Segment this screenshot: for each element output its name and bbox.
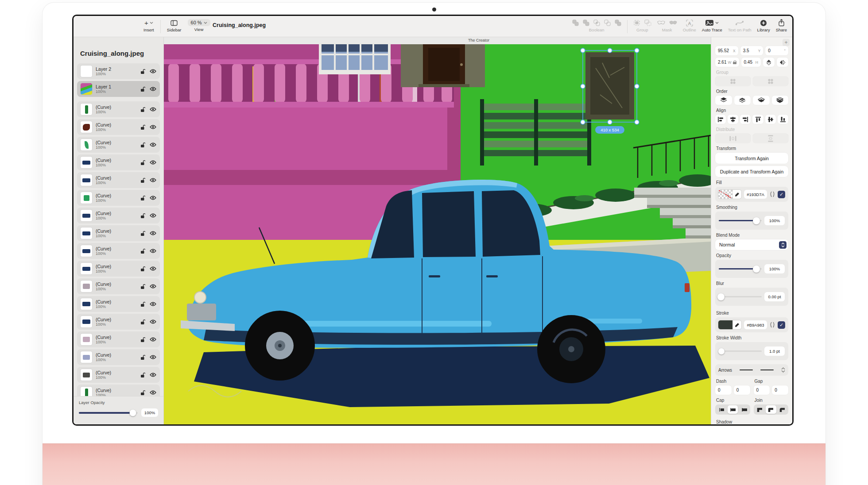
group-icon[interactable] xyxy=(633,19,640,26)
align-bottom-button[interactable] xyxy=(778,115,788,124)
unlock-icon[interactable] xyxy=(140,107,145,112)
fill-enabled-checkbox[interactable]: ✓ xyxy=(778,191,785,198)
transform-again-button[interactable]: Transform Again xyxy=(715,153,788,164)
curve-layer-row[interactable]: (Curve) 100% xyxy=(77,367,160,383)
boolean-subtract-icon[interactable] xyxy=(583,19,589,26)
cap-butt-option[interactable] xyxy=(716,405,727,414)
smoothing-slider[interactable] xyxy=(719,220,762,222)
opacity-slider[interactable] xyxy=(719,268,762,270)
layer-opacity-slider[interactable] xyxy=(79,412,138,414)
canvas[interactable]: The Creator xyxy=(164,37,711,424)
gap-field-2[interactable]: 0 xyxy=(772,385,788,395)
opacity-value[interactable]: 100% xyxy=(764,264,785,273)
unlock-icon[interactable] xyxy=(140,248,145,254)
align-middle-v-button[interactable] xyxy=(765,115,776,124)
join-miter-option[interactable] xyxy=(755,405,765,414)
curve-layer-row[interactable]: (Curve) 100% xyxy=(77,137,160,153)
dash-field-2[interactable]: 0 xyxy=(734,385,750,395)
send-backward-button[interactable] xyxy=(753,96,770,105)
unlock-icon[interactable] xyxy=(140,284,145,289)
bring-to-front-button[interactable] xyxy=(715,96,732,105)
align-left-button[interactable] xyxy=(715,115,726,124)
curve-layer-row[interactable]: (Curve) 100% xyxy=(77,331,160,347)
layer-row-layer2[interactable]: Layer 2 100% xyxy=(77,63,160,79)
ungroup-icon[interactable] xyxy=(644,19,651,26)
outline-button[interactable]: A Outline xyxy=(683,19,696,32)
eye-icon[interactable] xyxy=(150,125,156,129)
join-bevel-option[interactable] xyxy=(777,405,788,414)
text-on-path-button[interactable]: Text on Path xyxy=(728,19,752,32)
blend-mode-dropdown[interactable]: Normal xyxy=(715,239,788,250)
share-button[interactable]: Share xyxy=(776,19,787,32)
eyedropper-icon[interactable] xyxy=(732,190,741,199)
flip-horizontal-button[interactable] xyxy=(777,58,788,67)
align-right-button[interactable] xyxy=(740,115,751,124)
stroke-hex-field[interactable]: #B9A983 xyxy=(744,320,767,329)
unlock-icon[interactable] xyxy=(140,195,145,201)
stroke-width-value[interactable]: 1.0 pt xyxy=(764,346,785,356)
boolean-group[interactable]: Boolean xyxy=(572,19,621,32)
unmask-icon[interactable] xyxy=(669,20,677,26)
duplicate-transform-button[interactable]: Duplicate and Transform Again xyxy=(715,166,788,177)
boolean-intersect-icon[interactable] xyxy=(593,19,600,26)
unlock-icon[interactable] xyxy=(140,390,145,396)
eye-icon[interactable] xyxy=(150,337,156,342)
distribute-h-button[interactable] xyxy=(715,134,751,143)
blur-value[interactable]: 0.00 pt xyxy=(764,292,785,301)
smoothing-value[interactable]: 100% xyxy=(764,216,785,225)
curve-layer-row[interactable]: (Curve) 100% xyxy=(77,225,160,241)
x-position-field[interactable]: 95.52X xyxy=(715,46,738,55)
curve-layer-row[interactable]: (Curve) 100% xyxy=(77,154,160,170)
mask-buttons[interactable]: Mask xyxy=(657,19,677,32)
unlock-icon[interactable] xyxy=(140,213,145,219)
group-button[interactable] xyxy=(715,77,751,86)
curve-layer-row[interactable]: (Curve) 100% xyxy=(77,208,160,223)
curve-layer-row[interactable]: (Curve) 100% xyxy=(77,349,160,365)
gap-field-1[interactable]: 0 xyxy=(754,385,770,395)
eye-icon[interactable] xyxy=(150,69,156,73)
send-to-back-button[interactable] xyxy=(772,96,789,105)
library-button[interactable]: Library xyxy=(757,19,770,32)
flip-vertical-button[interactable] xyxy=(763,58,775,67)
curve-layer-row[interactable]: (Curve) 100% xyxy=(77,261,160,277)
gradient-icon[interactable] xyxy=(770,191,775,197)
align-center-h-button[interactable] xyxy=(728,115,738,124)
unlock-icon[interactable] xyxy=(140,69,145,74)
curve-layer-row[interactable]: (Curve) 100% xyxy=(77,296,160,312)
unlock-icon[interactable] xyxy=(140,86,145,92)
unlock-icon[interactable] xyxy=(140,142,145,148)
unlock-icon[interactable] xyxy=(140,266,145,272)
blur-slider[interactable] xyxy=(719,296,762,298)
unlock-icon[interactable] xyxy=(140,354,145,360)
dash-field-1[interactable]: 0 xyxy=(715,385,732,395)
eye-icon[interactable] xyxy=(150,373,156,377)
rotation-field[interactable]: 0° xyxy=(765,46,788,55)
stepper-icon[interactable] xyxy=(781,367,785,373)
layer-row-layer1-selected[interactable]: Layer 1 100% xyxy=(77,81,160,97)
eye-icon[interactable] xyxy=(150,87,156,91)
eye-icon[interactable] xyxy=(150,196,156,200)
eyedropper-icon[interactable] xyxy=(732,320,741,329)
add-panel-button[interactable]: + xyxy=(783,39,790,46)
stroke-swatch[interactable] xyxy=(718,320,741,329)
zoom-control[interactable]: 60 % View xyxy=(188,19,210,32)
align-top-button[interactable] xyxy=(752,115,763,124)
insert-button[interactable]: + Insert xyxy=(143,19,154,32)
unlock-icon[interactable] xyxy=(140,231,145,236)
cap-round-option[interactable] xyxy=(728,405,738,414)
sidebar-toggle-button[interactable]: Sidebar xyxy=(167,19,182,32)
eye-icon[interactable] xyxy=(150,302,156,306)
eye-icon[interactable] xyxy=(150,284,156,289)
group-buttons[interactable]: Group xyxy=(633,19,651,32)
curve-layer-row[interactable]: (Curve) 100% xyxy=(77,243,160,259)
ungroup-button[interactable] xyxy=(753,77,788,86)
fill-swatch[interactable] xyxy=(718,190,741,199)
unlock-icon[interactable] xyxy=(140,160,145,166)
height-field[interactable]: 0.45H xyxy=(741,58,761,67)
unlock-icon[interactable] xyxy=(140,372,145,378)
join-round-option[interactable] xyxy=(766,405,776,414)
curve-layer-row[interactable]: (Curve) 100% xyxy=(77,278,160,294)
eye-icon[interactable] xyxy=(150,249,156,253)
unlock-icon[interactable] xyxy=(140,301,145,307)
gradient-icon[interactable] xyxy=(770,322,775,328)
